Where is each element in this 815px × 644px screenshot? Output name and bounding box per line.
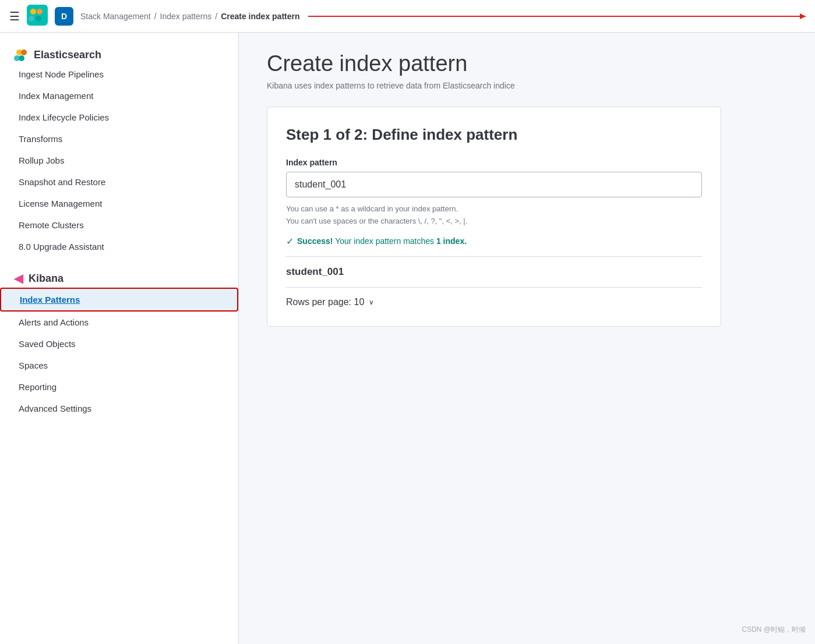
elasticsearch-label: Elasticsearch xyxy=(34,49,101,61)
sidebar-item-advanced-settings[interactable]: Advanced Settings xyxy=(0,398,238,419)
footer-attribution: CSDN @时鲲，时倾 xyxy=(742,625,806,635)
index-result: student_001 xyxy=(286,266,702,278)
kibana-section-header: ◀ Kibana xyxy=(0,267,238,288)
success-count: 1 index. xyxy=(436,236,467,246)
success-suffix: Your index pattern matches xyxy=(335,236,436,246)
kibana-icon: ◀ xyxy=(14,271,23,285)
sidebar-item-index-management[interactable]: Index Management xyxy=(0,85,238,107)
sidebar-item-saved-objects[interactable]: Saved Objects xyxy=(0,333,238,355)
success-message: ✓ Success! Your index pattern matches 1 … xyxy=(286,236,702,247)
svg-point-3 xyxy=(29,16,34,22)
success-label: Success! xyxy=(297,236,333,246)
divider xyxy=(286,256,702,257)
kibana-label: Kibana xyxy=(29,273,63,285)
success-checkmark-icon: ✓ xyxy=(286,236,294,247)
page-title: Create index pattern xyxy=(267,51,787,76)
breadcrumb-arrow xyxy=(308,16,806,17)
elasticsearch-icon xyxy=(14,49,28,61)
rows-per-page-label: Rows per page: 10 xyxy=(286,297,364,307)
breadcrumb-sep1: / xyxy=(154,12,157,21)
sidebar-item-rollup-jobs[interactable]: Rollup Jobs xyxy=(0,150,238,171)
breadcrumb-current: Create index pattern xyxy=(221,12,299,21)
rows-per-page-control[interactable]: Rows per page: 10 ∨ xyxy=(286,297,702,307)
index-pattern-input[interactable] xyxy=(286,172,702,197)
step-title: Step 1 of 2: Define index pattern xyxy=(286,126,702,144)
page-subtitle: Kibana uses index patterns to retrieve d… xyxy=(267,81,787,90)
svg-point-1 xyxy=(30,9,36,15)
content-area: Create index pattern Kibana uses index p… xyxy=(239,33,815,644)
sidebar-item-license-management[interactable]: License Management xyxy=(0,193,238,214)
sidebar-item-transforms[interactable]: Transforms xyxy=(0,128,238,150)
sidebar: Elasticsearch Ingest Node Pipelines Inde… xyxy=(0,33,239,644)
chevron-down-icon[interactable]: ∨ xyxy=(369,298,374,306)
divider2 xyxy=(286,287,702,288)
sidebar-item-ingest-node-pipelines[interactable]: Ingest Node Pipelines xyxy=(0,63,238,85)
field-label: Index pattern xyxy=(286,158,702,167)
svg-point-2 xyxy=(37,9,43,15)
elasticsearch-section-header: Elasticsearch xyxy=(0,44,238,63)
main-layout: Elasticsearch Ingest Node Pipelines Inde… xyxy=(0,33,815,644)
breadcrumb-sep2: / xyxy=(215,12,217,21)
sidebar-item-snapshot-and-restore[interactable]: Snapshot and Restore xyxy=(0,171,238,193)
breadcrumb-index-patterns[interactable]: Index patterns xyxy=(160,12,212,21)
sidebar-item-index-patterns[interactable]: Index Patterns xyxy=(0,288,238,312)
step-card: Step 1 of 2: Define index pattern Index … xyxy=(267,107,721,327)
svg-rect-0 xyxy=(27,5,48,26)
app-logo xyxy=(27,5,48,28)
hint-text: You can use a * as a wildcard in your in… xyxy=(286,203,702,228)
breadcrumb: Stack Management / Index patterns / Crea… xyxy=(80,12,806,21)
breadcrumb-stack[interactable]: Stack Management xyxy=(80,12,151,21)
user-avatar[interactable]: D xyxy=(55,7,73,26)
sidebar-item-remote-clusters[interactable]: Remote Clusters xyxy=(0,214,238,236)
sidebar-section-kibana: ◀ Kibana Index Patterns Alerts and Actio… xyxy=(0,267,238,419)
sidebar-section-elasticsearch: Elasticsearch Ingest Node Pipelines Inde… xyxy=(0,44,238,257)
hint-line1: You can use a * as a wildcard in your in… xyxy=(286,204,458,213)
sidebar-item-reporting[interactable]: Reporting xyxy=(0,376,238,398)
sidebar-item-spaces[interactable]: Spaces xyxy=(0,355,238,376)
sidebar-item-index-lifecycle-policies[interactable]: Index Lifecycle Policies xyxy=(0,107,238,128)
sidebar-item-upgrade-assistant[interactable]: 8.0 Upgrade Assistant xyxy=(0,236,238,257)
sidebar-item-alerts-and-actions[interactable]: Alerts and Actions xyxy=(0,312,238,333)
svg-point-4 xyxy=(36,16,41,22)
hint-line2: You can't use spaces or the characters \… xyxy=(286,217,467,225)
top-nav: ☰ D Stack Management / Index patterns / … xyxy=(0,0,815,33)
hamburger-icon[interactable]: ☰ xyxy=(9,9,20,23)
